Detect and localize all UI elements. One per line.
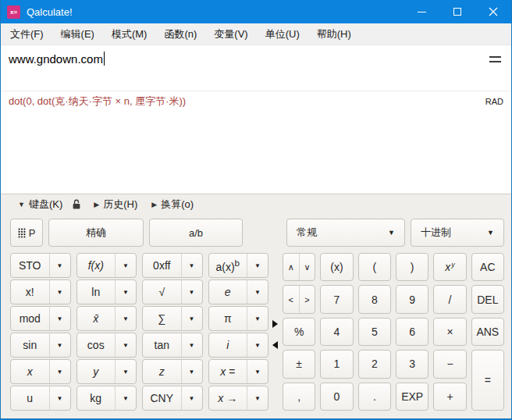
key-equals[interactable]: = [471,350,504,411]
key-x-equals[interactable]: x =▼ [208,359,269,384]
key-var-y[interactable]: y▼ [76,359,137,384]
key-main[interactable]: sin [11,333,49,357]
key-x-pow-y[interactable]: xy [433,253,466,281]
key-main[interactable]: π [209,307,247,330]
key-sum[interactable]: ∑▼ [142,306,203,331]
tab-keyboard[interactable]: ▼ 键盘(K) [18,198,62,212]
key-ln[interactable]: ln▼ [76,279,137,304]
key-main[interactable]: kg [77,386,116,410]
collapse-left-icon[interactable] [272,341,278,349]
key-main[interactable]: STO [11,254,49,277]
key-main[interactable]: mod [11,307,49,330]
menu-edit[interactable]: 编辑(E) [52,23,103,44]
key-factorial[interactable]: x!▼ [10,279,71,304]
menu-units[interactable]: 单位(U) [257,23,308,44]
dropdown-arrow-icon[interactable]: ▼ [49,254,70,277]
key-exp[interactable]: EXP [396,383,428,411]
dropdown-arrow-icon[interactable]: ▼ [49,386,70,410]
key-main[interactable]: e [209,280,247,304]
key-smart-parentheses[interactable]: (x) [320,253,353,281]
key-mod[interactable]: mod▼ [10,306,71,331]
maximize-button[interactable] [439,0,475,23]
dropdown-arrow-icon[interactable]: ▼ [115,280,136,304]
key-multiply[interactable]: × [433,318,466,346]
key-main[interactable]: ln [77,280,116,304]
dropdown-arrow-icon[interactable]: ▼ [181,360,202,383]
dropdown-arrow-icon[interactable]: ▼ [181,280,202,304]
key-main[interactable]: i [209,333,247,357]
key-digit-4[interactable]: 4 [320,318,353,346]
key-main[interactable]: u [11,386,49,410]
dropdown-arrow-icon[interactable]: ▼ [181,386,202,410]
fraction-mode-button[interactable]: a/b [149,219,243,247]
key-main[interactable]: a(x)b [209,254,247,277]
key-tan[interactable]: tan▼ [142,333,203,358]
key-main[interactable]: z [143,360,181,383]
dropdown-arrow-icon[interactable]: ▼ [115,254,136,277]
key-main[interactable]: 0xff [143,254,181,277]
key-right[interactable]: > [299,286,315,312]
key-digit-2[interactable]: 2 [358,350,391,378]
tab-history[interactable]: ▶ 历史(H) [94,198,137,212]
key-open-paren[interactable]: ( [358,253,391,281]
key-sto[interactable]: STO▼ [10,253,71,278]
key-digit-9[interactable]: 9 [396,285,428,313]
key-digit-7[interactable]: 7 [320,285,353,313]
key-plus[interactable]: + [433,383,466,411]
key-main[interactable]: y [77,360,116,383]
key-ans[interactable]: ANS [471,318,504,346]
dropdown-arrow-icon[interactable]: ▼ [115,360,136,383]
dropdown-arrow-icon[interactable]: ▼ [247,386,268,410]
calculate-equals-icon[interactable] [489,53,502,66]
menu-help[interactable]: 帮助(H) [308,23,360,44]
dropdown-arrow-icon[interactable]: ▼ [181,333,202,357]
key-sin[interactable]: sin▼ [10,333,71,358]
key-main[interactable]: CNY [143,386,181,410]
dropdown-arrow-icon[interactable]: ▼ [247,333,268,357]
key-digit-0[interactable]: 0 [320,383,353,411]
menu-mode[interactable]: 模式(M) [103,23,156,44]
key-down[interactable]: ∨ [299,254,315,280]
key-plus-minus[interactable]: ± [283,350,315,378]
key-main[interactable]: x̄ [77,307,116,330]
key-main[interactable]: cos [77,333,116,357]
key-divide[interactable]: / [433,285,466,313]
tab-convert[interactable]: ▶ 换算(o) [151,198,194,212]
dropdown-arrow-icon[interactable]: ▼ [49,280,70,304]
key-ac[interactable]: AC [471,253,504,281]
key-main[interactable]: √ [143,280,181,304]
close-button[interactable] [475,0,511,23]
key-imaginary-i[interactable]: i▼ [208,333,269,358]
key-main[interactable]: ∑ [143,307,181,330]
key-digit-3[interactable]: 3 [396,350,428,378]
key-0xff[interactable]: 0xff▼ [142,253,203,278]
dropdown-arrow-icon[interactable]: ▼ [49,360,70,383]
exact-mode-button[interactable]: 精确 [48,219,144,247]
menu-file[interactable]: 文件(F) [2,23,52,44]
key-var-z[interactable]: z▼ [142,359,203,384]
key-minus[interactable]: − [433,350,466,378]
key-left[interactable]: < [283,286,299,312]
key-cos[interactable]: cos▼ [76,333,137,358]
programming-keypad-button[interactable]: P [10,219,43,247]
dropdown-arrow-icon[interactable]: ▼ [247,280,268,304]
key-a-x-pow-b[interactable]: a(x)b▼ [208,253,269,278]
dropdown-arrow-icon[interactable]: ▼ [115,386,136,410]
expand-right-icon[interactable] [272,320,278,328]
key-main[interactable]: f(x) [77,254,116,277]
history-area[interactable] [1,111,511,194]
dropdown-arrow-icon[interactable]: ▼ [49,307,70,330]
key-main[interactable]: tan [143,333,181,357]
key-close-paren[interactable]: ) [396,253,428,281]
dropdown-arrow-icon[interactable]: ▼ [247,254,268,277]
key-unit-kg[interactable]: kg▼ [76,386,137,411]
key-pi[interactable]: π▼ [208,306,269,331]
key-f-of-x[interactable]: f(x)▼ [76,253,137,278]
key-digit-8[interactable]: 8 [358,285,391,313]
expression-input[interactable]: www.gndown.com [1,45,511,91]
key-mean[interactable]: x̄▼ [76,306,137,331]
dropdown-arrow-icon[interactable]: ▼ [115,307,136,330]
key-digit-5[interactable]: 5 [358,318,391,346]
key-x-to[interactable]: x →▼ [208,386,269,411]
key-digit-1[interactable]: 1 [320,350,353,378]
